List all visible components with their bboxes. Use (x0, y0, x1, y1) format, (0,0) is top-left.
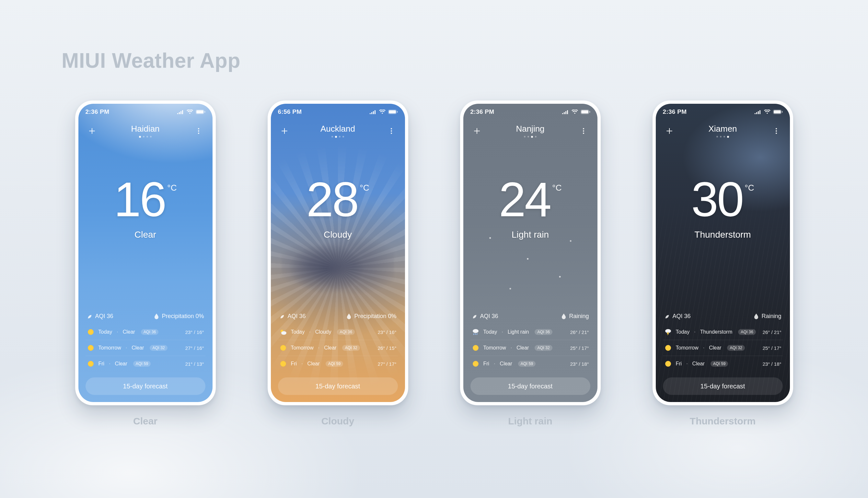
signal-icon (562, 109, 569, 114)
city-name: Haidian (131, 124, 159, 134)
plus-icon (281, 127, 288, 135)
svg-point-18 (583, 130, 584, 132)
leaf-icon (472, 314, 478, 319)
aqi-chip[interactable]: AQI 36 (664, 313, 691, 320)
svg-rect-7 (389, 110, 396, 114)
svg-point-20 (473, 329, 478, 333)
city-title[interactable]: Xiamen (708, 124, 737, 138)
more-vertical-icon (195, 127, 203, 135)
aqi-chip[interactable]: AQI 36 (472, 313, 498, 320)
sun-icon (472, 360, 479, 368)
more-vertical-icon (388, 127, 395, 135)
svg-point-10 (391, 130, 392, 132)
svg-point-5 (198, 133, 199, 134)
more-menu-button[interactable] (385, 124, 398, 137)
city-title[interactable]: Auckland (321, 124, 355, 138)
svg-rect-23 (782, 111, 783, 113)
more-menu-button[interactable] (192, 124, 205, 137)
weather-screen[interactable]: 6:56 PM Auckland 28°C Cloudy (271, 104, 405, 402)
svg-point-24 (776, 128, 777, 129)
forecast-row[interactable]: Today· Light rain AQI 36 26° / 21° (471, 324, 590, 340)
weather-screen[interactable]: 2:36 PM Haidian (78, 104, 213, 402)
forecast-row[interactable]: Today· Thunderstorm AQI 36 26° / 21° (663, 324, 783, 340)
precip-chip[interactable]: Raining (561, 313, 589, 320)
current-weather: 16 °C Clear (78, 175, 213, 240)
wifi-icon (379, 109, 385, 114)
current-weather: 30°C Thunderstorm (656, 175, 790, 240)
precip-chip[interactable]: Precipitation 0% (154, 313, 204, 320)
svg-point-9 (391, 128, 392, 129)
battery-icon (196, 109, 205, 114)
city-title[interactable]: Haidian (131, 124, 159, 138)
forecast-row[interactable]: Fri· Clear AQI 59 23° / 18° (471, 356, 590, 371)
aqi-chip[interactable]: AQI 36 (87, 313, 113, 320)
meta-row: AQI 36 Precipitation 0% (85, 313, 205, 324)
forecast-row[interactable]: Today · Clear AQI 36 23° / 16° (85, 324, 205, 340)
status-bar: 2:36 PM (663, 108, 783, 115)
sun-icon (472, 344, 479, 352)
city-title[interactable]: Nanjing (516, 124, 544, 138)
more-menu-button[interactable] (770, 124, 783, 137)
weather-header: Auckland (278, 124, 398, 138)
phone-frame: 2:36 PM Xiamen 30°C Thunderstorm (653, 101, 793, 405)
forecast-button[interactable]: 15-day forecast (663, 377, 783, 395)
sun-icon (664, 344, 672, 352)
svg-point-25 (776, 130, 777, 132)
plus-icon (665, 127, 673, 135)
sun-icon (279, 360, 287, 368)
add-city-button[interactable] (278, 124, 291, 137)
forecast-button[interactable]: 15-day forecast (85, 377, 205, 395)
forecast-row[interactable]: Today· Cloudy AQI 36 23° / 16° (278, 324, 398, 340)
forecast-row[interactable]: Tomorrow· Clear AQI 32 25° / 17° (663, 340, 783, 356)
phone-row: 2:36 PM Haidian (0, 101, 868, 405)
status-time: 2:36 PM (663, 108, 687, 115)
sun-icon (87, 360, 95, 368)
current-weather: 28°C Cloudy (271, 175, 405, 240)
raindrop-icon (154, 314, 159, 319)
forecast-button[interactable]: 15-day forecast (471, 377, 590, 395)
plus-icon (88, 127, 96, 135)
svg-point-13 (281, 331, 286, 335)
precip-chip[interactable]: Precipitation 0% (347, 313, 396, 320)
forecast-row[interactable]: Tomorrow· Clear AQI 32 25° / 17° (471, 340, 590, 356)
svg-rect-22 (774, 110, 781, 114)
pager-dots (321, 136, 355, 138)
wifi-icon (764, 109, 771, 114)
weather-screen[interactable]: 2:36 PM Xiamen 30°C Thunderstorm (656, 104, 790, 402)
svg-point-26 (776, 133, 777, 134)
add-city-button[interactable] (85, 124, 98, 137)
phone-frame: 6:56 PM Auckland 28°C Cloudy (268, 101, 408, 405)
precip-chip[interactable]: Raining (754, 313, 781, 320)
add-city-button[interactable] (663, 124, 676, 137)
signal-icon (177, 109, 184, 114)
precip-text: Precipitation 0% (162, 313, 204, 320)
weather-header: Xiamen (663, 124, 783, 138)
status-icons (754, 109, 783, 114)
status-icons (562, 109, 590, 114)
leaf-icon (87, 314, 93, 319)
svg-rect-2 (204, 111, 205, 113)
status-time: 6:56 PM (278, 108, 302, 115)
forecast-row[interactable]: Fri· Clear AQI 59 21° / 13° (85, 356, 205, 371)
sun-icon (87, 344, 95, 352)
weather-screen[interactable]: 2:36 PM Nanjing 24°C Light rain (463, 104, 597, 402)
wifi-icon (187, 109, 193, 114)
signal-icon (754, 109, 761, 114)
forecast-row[interactable]: Fri· Clear AQI 59 23° / 18° (663, 356, 783, 371)
status-bar: 2:36 PM (85, 108, 205, 115)
battery-icon (581, 109, 590, 114)
wifi-icon (571, 109, 578, 114)
status-icons (177, 109, 205, 114)
svg-point-4 (198, 130, 199, 132)
aqi-chip[interactable]: AQI 36 (279, 313, 306, 320)
forecast-row[interactable]: Tomorrow· Clear AQI 32 26° / 15° (278, 340, 398, 356)
raindrop-icon (347, 314, 352, 319)
more-menu-button[interactable] (577, 124, 590, 137)
condition-label: Clear (78, 230, 213, 240)
forecast-row[interactable]: Tomorrow· Clear AQI 32 27° / 16° (85, 340, 205, 356)
forecast-panel: AQI 36 Precipitation 0% Today· Cloudy (278, 313, 398, 395)
add-city-button[interactable] (471, 124, 484, 137)
forecast-row[interactable]: Fri· Clear AQI 59 27° / 17° (278, 356, 398, 371)
forecast-button[interactable]: 15-day forecast (278, 377, 398, 395)
leaf-icon (664, 314, 670, 319)
